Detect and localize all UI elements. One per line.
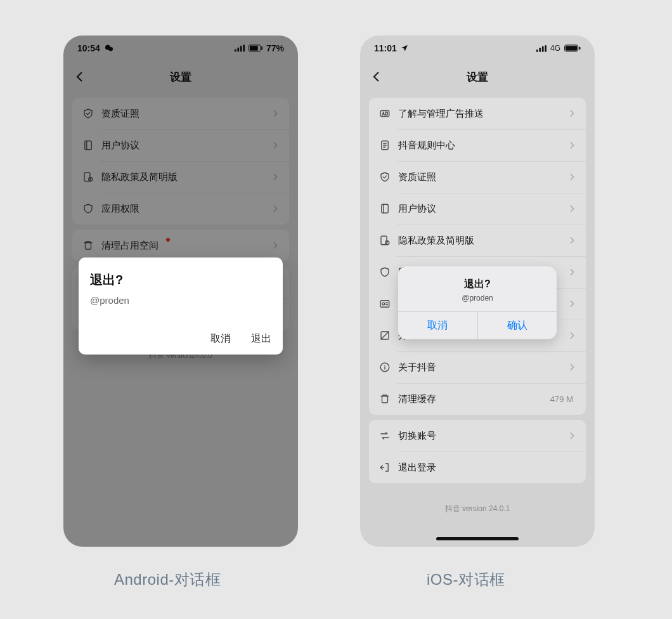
dialog-cancel-button[interactable]: 取消 bbox=[398, 312, 478, 339]
dialog-confirm-button[interactable]: 确认 bbox=[478, 312, 557, 339]
caption-ios: iOS-对话框 bbox=[427, 570, 505, 590]
home-indicator[interactable] bbox=[436, 537, 519, 540]
dialog-subtitle: @proden bbox=[406, 294, 549, 303]
dialog-title: 退出? bbox=[90, 271, 271, 289]
dialog-title: 退出? bbox=[406, 278, 549, 291]
ios-dialog: 退出? @proden 取消 确认 bbox=[398, 266, 557, 339]
caption-android: Android-对话框 bbox=[114, 570, 221, 590]
android-phone: 10:54 77% 设置 资质证照 用户协议 bbox=[63, 36, 298, 547]
dialog-cancel-button[interactable]: 取消 bbox=[210, 332, 231, 346]
ios-phone: 11:01 4G 设置 了解与管理广告推送 抖音规则中心 bbox=[360, 36, 595, 547]
dialog-confirm-button[interactable]: 退出 bbox=[251, 332, 271, 346]
android-dialog: 退出? @proden 取消 退出 bbox=[79, 257, 283, 355]
dialog-subtitle: @proden bbox=[90, 295, 271, 306]
